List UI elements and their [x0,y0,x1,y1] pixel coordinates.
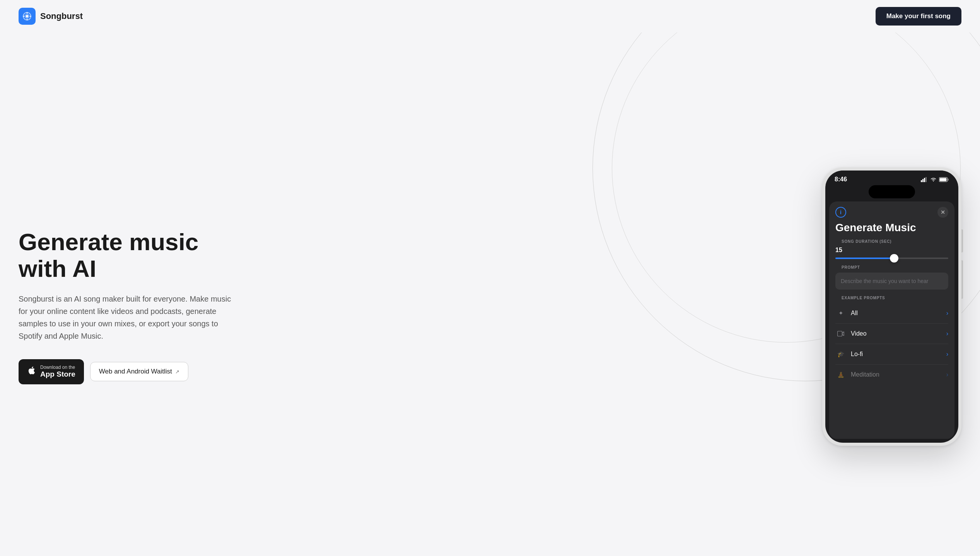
app-store-text: Download on the App Store [40,365,75,379]
svg-rect-9 [838,331,842,336]
app-header: i ✕ [829,201,954,222]
close-icon-label: ✕ [941,209,945,215]
phone-volume-button [961,260,963,299]
duration-value: 15 [835,247,948,254]
prompt-section: PROMPT Describe the music you want to he… [829,265,954,296]
wifi-icon [930,177,937,182]
chevron-right-icon-meditation: › [946,371,948,378]
svg-rect-4 [924,178,925,182]
prompt-label: PROMPT [835,265,948,273]
chevron-right-icon-lofi: › [946,351,948,358]
app-content: i ✕ Generate Music SONG DURATION (SEC) 1… [829,201,954,439]
example-item-meditation[interactable]: 🧘 Meditation › [835,365,948,385]
apple-icon [27,366,36,377]
examples-section: EXAMPLE PROMPTS ✦ All › [829,296,954,439]
example-item-video[interactable]: Video › [835,324,948,344]
info-button[interactable]: i [835,207,846,218]
hero-buttons: Download on the App Store Web and Androi… [19,359,251,384]
phone-screen: 8:46 [825,171,958,443]
example-left-lofi: 🎓 Lo-fi [835,349,863,360]
svg-rect-2 [921,180,922,182]
signal-icon [921,177,928,182]
hero-section: Generate music with AI Songburst is an A… [0,32,980,556]
close-button[interactable]: ✕ [937,207,948,218]
example-left-meditation: 🧘 Meditation [835,369,879,380]
chevron-right-icon-video: › [946,330,948,337]
phone-mockup: 8:46 [822,167,961,446]
logo-area: Songburst [19,8,83,25]
example-label-video: Video [851,330,867,337]
svg-rect-5 [925,177,927,182]
slider-fill [835,258,894,259]
svg-rect-3 [922,179,924,182]
hero-left: Generate music with AI Songburst is an A… [19,229,251,384]
duration-section: SONG DURATION (SEC) 15 [829,239,954,265]
example-item-all[interactable]: ✦ All › [835,303,948,324]
status-time: 8:46 [835,176,847,183]
svg-rect-7 [948,179,949,181]
phone-power-button [961,229,963,252]
hero-description: Songburst is an AI song maker built for … [19,293,235,342]
logo-name: Songburst [40,11,83,21]
example-label-all: All [851,310,858,317]
waitlist-button[interactable]: Web and Android Waitlist ↗ [90,362,188,381]
svg-point-1 [26,15,27,17]
duration-slider[interactable] [835,258,948,259]
svg-rect-8 [940,178,947,181]
meditation-icon: 🧘 [835,369,846,380]
dynamic-island [869,185,915,198]
example-label-lofi: Lo-fi [851,351,863,358]
all-icon: ✦ [835,308,846,319]
app-store-line1: Download on the [40,365,75,370]
make-first-song-button[interactable]: Make your first song [876,7,961,26]
app-title: Generate Music [829,222,954,239]
hero-title: Generate music with AI [19,229,251,281]
example-label-meditation: Meditation [851,371,879,378]
example-left-all: ✦ All [835,308,858,319]
examples-label: EXAMPLE PROMPTS [835,296,948,303]
lofi-icon: 🎓 [835,349,846,360]
phone-frame: 8:46 [822,167,961,446]
status-bar: 8:46 [825,171,958,185]
slider-thumb [890,254,898,263]
header: Songburst Make your first song [0,0,980,32]
duration-label: SONG DURATION (SEC) [835,239,948,247]
info-icon-label: i [840,209,842,215]
battery-icon [939,177,949,182]
chevron-right-icon-all: › [946,310,948,317]
video-icon [835,328,846,339]
status-icons [921,177,949,182]
prompt-input[interactable]: Describe the music you want to hear [835,273,948,290]
waitlist-label: Web and Android Waitlist [99,368,172,375]
external-link-icon: ↗ [175,369,179,375]
app-store-button[interactable]: Download on the App Store [19,359,84,384]
logo-icon [19,8,36,25]
example-item-lofi[interactable]: 🎓 Lo-fi › [835,344,948,365]
example-left-video: Video [835,328,867,339]
app-store-line2: App Store [40,370,75,379]
